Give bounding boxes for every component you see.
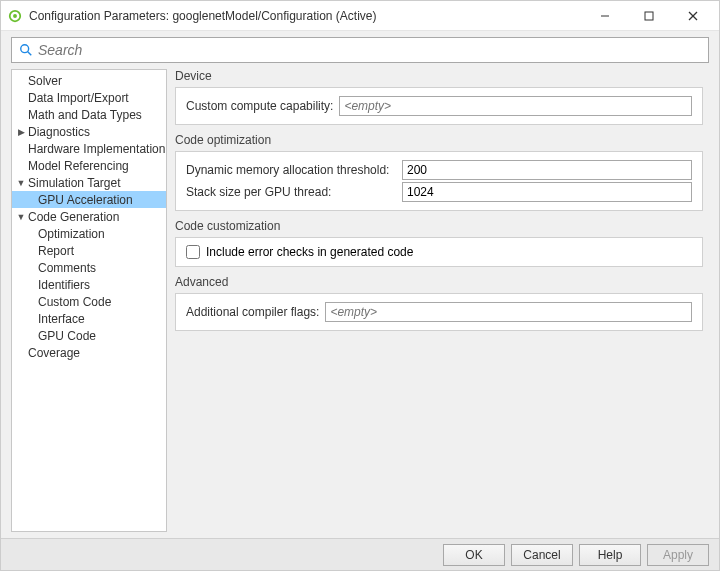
- sidebar-item-label: Optimization: [36, 227, 105, 241]
- svg-line-7: [28, 52, 32, 56]
- sidebar-item-diagnostics[interactable]: ▶Diagnostics: [12, 123, 166, 140]
- section-title-code-optimization: Code optimization: [175, 133, 703, 147]
- checkbox-include-errors[interactable]: [186, 245, 200, 259]
- label-compiler-flags: Additional compiler flags:: [186, 305, 319, 319]
- minimize-button[interactable]: [583, 2, 627, 30]
- help-button[interactable]: Help: [579, 544, 641, 566]
- input-custom-compute[interactable]: [339, 96, 692, 116]
- sidebar-item-label: GPU Acceleration: [36, 193, 133, 207]
- sidebar-item-interface[interactable]: Interface: [12, 310, 166, 327]
- row-include-errors: Include error checks in generated code: [186, 244, 692, 260]
- sidebar-item-label: GPU Code: [36, 329, 96, 343]
- label-custom-compute: Custom compute capability:: [186, 99, 333, 113]
- ok-button[interactable]: OK: [443, 544, 505, 566]
- sidebar-item-code-generation[interactable]: ▼Code Generation: [12, 208, 166, 225]
- sidebar-item-label: Data Import/Export: [26, 91, 129, 105]
- row-custom-compute: Custom compute capability:: [186, 96, 692, 116]
- section-title-device: Device: [175, 69, 703, 83]
- label-stack: Stack size per GPU thread:: [186, 185, 396, 199]
- window-title: Configuration Parameters: googlenetModel…: [29, 9, 583, 23]
- sidebar-item-label: Model Referencing: [26, 159, 129, 173]
- section-body-code-customization: Include error checks in generated code: [175, 237, 703, 267]
- sidebar-item-optimization[interactable]: Optimization: [12, 225, 166, 242]
- content-area: SolverData Import/ExportMath and Data Ty…: [1, 69, 719, 538]
- svg-rect-3: [645, 12, 653, 20]
- section-body-device: Custom compute capability:: [175, 87, 703, 125]
- title-bar: Configuration Parameters: googlenetModel…: [1, 1, 719, 31]
- section-title-advanced: Advanced: [175, 275, 703, 289]
- chevron-down-icon: ▼: [16, 212, 26, 222]
- sidebar-item-model-referencing[interactable]: Model Referencing: [12, 157, 166, 174]
- sidebar-item-gpu-code[interactable]: GPU Code: [12, 327, 166, 344]
- input-stack[interactable]: [402, 182, 692, 202]
- config-panel: Device Custom compute capability: Code o…: [175, 69, 709, 532]
- cancel-button[interactable]: Cancel: [511, 544, 573, 566]
- sidebar-item-label: Identifiers: [36, 278, 90, 292]
- chevron-down-icon: ▼: [16, 178, 26, 188]
- sidebar-item-hardware-implementation[interactable]: Hardware Implementation: [12, 140, 166, 157]
- apply-button[interactable]: Apply: [647, 544, 709, 566]
- sidebar-item-identifiers[interactable]: Identifiers: [12, 276, 166, 293]
- row-stack: Stack size per GPU thread:: [186, 182, 692, 202]
- section-body-advanced: Additional compiler flags:: [175, 293, 703, 331]
- label-dyn-mem: Dynamic memory allocation threshold:: [186, 163, 396, 177]
- label-include-errors: Include error checks in generated code: [206, 245, 413, 259]
- input-compiler-flags[interactable]: [325, 302, 692, 322]
- sidebar-item-solver[interactable]: Solver: [12, 72, 166, 89]
- sidebar-item-gpu-acceleration[interactable]: GPU Acceleration: [12, 191, 166, 208]
- sidebar-tree[interactable]: SolverData Import/ExportMath and Data Ty…: [11, 69, 167, 532]
- sidebar-item-label: Custom Code: [36, 295, 111, 309]
- sidebar-item-data-import-export[interactable]: Data Import/Export: [12, 89, 166, 106]
- section-title-code-customization: Code customization: [175, 219, 703, 233]
- search-box[interactable]: [11, 37, 709, 63]
- sidebar-item-coverage[interactable]: Coverage: [12, 344, 166, 361]
- sidebar-item-report[interactable]: Report: [12, 242, 166, 259]
- chevron-right-icon: ▶: [16, 127, 26, 137]
- sidebar-item-math-and-data-types[interactable]: Math and Data Types: [12, 106, 166, 123]
- dialog-footer: OK Cancel Help Apply: [1, 538, 719, 570]
- sidebar-item-label: Comments: [36, 261, 96, 275]
- sidebar-item-simulation-target[interactable]: ▼Simulation Target: [12, 174, 166, 191]
- row-dyn-mem: Dynamic memory allocation threshold:: [186, 160, 692, 180]
- search-row: [1, 31, 719, 69]
- sidebar-item-label: Diagnostics: [26, 125, 90, 139]
- search-input[interactable]: [38, 42, 702, 58]
- sidebar-item-label: Simulation Target: [26, 176, 121, 190]
- svg-point-1: [13, 14, 17, 18]
- svg-point-6: [21, 45, 29, 53]
- sidebar-item-custom-code[interactable]: Custom Code: [12, 293, 166, 310]
- close-button[interactable]: [671, 2, 715, 30]
- search-icon: [18, 42, 34, 58]
- input-dyn-mem[interactable]: [402, 160, 692, 180]
- sidebar-item-label: Report: [36, 244, 74, 258]
- app-icon: [7, 8, 23, 24]
- sidebar-item-label: Coverage: [26, 346, 80, 360]
- sidebar-item-label: Code Generation: [26, 210, 119, 224]
- section-body-code-optimization: Dynamic memory allocation threshold: Sta…: [175, 151, 703, 211]
- sidebar-item-label: Math and Data Types: [26, 108, 142, 122]
- maximize-button[interactable]: [627, 2, 671, 30]
- sidebar-item-label: Solver: [26, 74, 62, 88]
- sidebar-item-comments[interactable]: Comments: [12, 259, 166, 276]
- row-compiler-flags: Additional compiler flags:: [186, 302, 692, 322]
- sidebar-item-label: Interface: [36, 312, 85, 326]
- sidebar-item-label: Hardware Implementation: [26, 142, 165, 156]
